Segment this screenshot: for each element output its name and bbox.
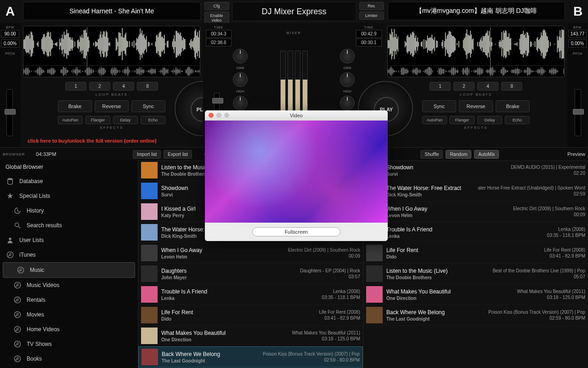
svg-rect-880: [493, 68, 493, 75]
svg-rect-154: [160, 32, 161, 57]
minimize-icon[interactable]: [216, 113, 221, 118]
svg-rect-481: [190, 69, 191, 75]
track-row[interactable]: Back Where We BelongThe Last GoodnightPo…: [138, 346, 363, 368]
video-window[interactable]: Video Fullscreen: [205, 110, 388, 241]
track-row[interactable]: DaughtersJohn MayerDaughters - EP (2004)…: [138, 264, 363, 284]
limiter-button[interactable]: Limiter: [359, 12, 384, 20]
deck-b-reverse[interactable]: Reverse: [459, 100, 493, 112]
deck-b-mid-knob[interactable]: [340, 96, 355, 110]
deck-b-gain-knob[interactable]: [340, 49, 355, 63]
deck-a-mid-knob[interactable]: [233, 96, 248, 110]
deck-b-loop-8[interactable]: 8: [501, 82, 522, 91]
svg-rect-634: [505, 30, 506, 58]
deck-a-loop-2[interactable]: 2: [89, 82, 110, 91]
track-row[interactable]: Life For RentDidoLife For Rent (2008)03:…: [363, 243, 588, 264]
deck-b-pitch-fader[interactable]: [575, 89, 581, 136]
deck-b-loop-1[interactable]: 1: [430, 82, 451, 91]
deck-a-loop-1[interactable]: 1: [65, 82, 86, 91]
svg-rect-833: [465, 69, 465, 73]
preview-label[interactable]: Preview: [567, 151, 585, 157]
deck-b-sync[interactable]: Sync: [422, 100, 456, 112]
track-row[interactable]: Life For RentDidoLife For Rent (2008)03:…: [138, 305, 363, 326]
svg-rect-65: [81, 38, 82, 51]
deck-b-loop-2[interactable]: 2: [453, 82, 475, 91]
export-list-button[interactable]: Export list: [164, 150, 192, 159]
cfg-button[interactable]: Cfg: [204, 2, 229, 10]
svg-rect-811: [452, 68, 452, 75]
deck-a-fx-autopan[interactable]: AutoPan: [58, 116, 83, 124]
sidebar-item-tv-shows[interactable]: TV Shows: [0, 337, 138, 351]
sidebar-item-database[interactable]: Database: [0, 174, 138, 189]
svg-rect-628: [500, 40, 501, 48]
deck-b-loop-4[interactable]: 4: [477, 82, 498, 91]
sidebar-item-pdfs[interactable]: PDFs: [0, 366, 138, 368]
track-row[interactable]: When I Go AwayLevon HelmElectric Dirt (2…: [138, 243, 363, 264]
deck-a-brake[interactable]: Brake: [58, 100, 92, 112]
deck-b-fx-echo[interactable]: Echo: [505, 116, 530, 124]
svg-rect-114: [124, 34, 125, 54]
maximize-icon[interactable]: [224, 113, 229, 118]
svg-rect-697: [561, 29, 562, 59]
sidebar-item-itunes[interactable]: iTunes: [0, 247, 138, 262]
unlock-message-link[interactable]: click here to buy/unlock the full versio…: [28, 138, 157, 144]
deck-a-gain-knob[interactable]: [233, 49, 248, 63]
sidebar-item-special-lists[interactable]: Special Lists: [0, 189, 138, 203]
svg-rect-714: [394, 70, 394, 73]
svg-rect-670: [537, 37, 538, 52]
deck-b-brake[interactable]: Brake: [496, 100, 530, 112]
random-button[interactable]: Random: [446, 150, 471, 159]
svg-rect-572: [450, 31, 451, 57]
track-row[interactable]: ShowdownSurviDEMO AUDIO (2015) | Experim…: [363, 160, 588, 181]
svg-rect-205: [25, 69, 26, 75]
deck-a-waveform[interactable]: [23, 26, 200, 77]
svg-rect-755: [418, 69, 418, 73]
track-row[interactable]: Listen to the Music (Live)The Doobie Bro…: [363, 264, 588, 284]
sidebar-item-search-results[interactable]: Search results: [0, 218, 138, 233]
deck-a-loop-8[interactable]: 8: [137, 82, 158, 91]
deck-b-fx-delay[interactable]: Delay: [477, 116, 502, 124]
enable-video-button[interactable]: Enable video: [204, 12, 229, 24]
svg-rect-326: [97, 71, 98, 71]
track-row[interactable]: What Makes You BeautifulOne DirectionWha…: [138, 326, 363, 346]
deck-a-pitch-fader[interactable]: [6, 89, 13, 136]
deck-a-loop-4[interactable]: 4: [113, 82, 134, 91]
deck-a-fx-echo[interactable]: Echo: [141, 116, 165, 124]
track-title: Showdown: [386, 164, 508, 171]
bpm-label: BPM: [6, 26, 14, 29]
track-row[interactable]: Trouble Is A FriendLenkaLenka (2008)03:3…: [138, 284, 363, 305]
track-row[interactable]: The Water Horse: Free ExtractDick King-S…: [363, 181, 588, 201]
sidebar-item-history[interactable]: History: [0, 203, 138, 218]
sidebar-item-rentals[interactable]: Rentals: [0, 293, 138, 307]
track-row[interactable]: Trouble Is A FriendLenkaLenka (2008)03:3…: [363, 222, 588, 243]
rec-button[interactable]: Rec: [359, 2, 384, 10]
track-row[interactable]: Back Where We BelongThe Last GoodnightPo…: [363, 305, 588, 326]
deck-b-fx-flanger[interactable]: Flanger: [450, 116, 475, 124]
svg-rect-289: [75, 69, 76, 74]
sidebar-item-books[interactable]: Books: [0, 351, 138, 366]
sidebar-item-movies[interactable]: Movies: [0, 307, 138, 322]
fullscreen-button[interactable]: Fullscreen: [252, 227, 341, 236]
shuffle-button[interactable]: Shuffle: [420, 150, 443, 159]
deck-b-high-knob[interactable]: [340, 72, 355, 87]
svg-rect-982: [554, 69, 554, 73]
automix-button[interactable]: AutoMix: [474, 150, 499, 159]
video-window-titlebar[interactable]: Video: [205, 110, 388, 121]
track-row[interactable]: When I Go AwayLevon HelmElectric Dirt (2…: [363, 201, 588, 222]
deck-a-high-knob[interactable]: [233, 72, 248, 87]
sidebar-item-user-lists[interactable]: User Lists: [0, 233, 138, 247]
deck-a-reverse[interactable]: Reverse: [95, 100, 129, 112]
close-icon[interactable]: [209, 113, 214, 118]
sidebar-item-home-videos[interactable]: Home Videos: [0, 322, 138, 337]
svg-rect-221: [35, 70, 35, 72]
deck-a-fx-delay[interactable]: Delay: [113, 116, 138, 124]
sidebar-item-music[interactable]: Music: [3, 262, 135, 278]
deck-b-fx-autopan[interactable]: AutoPan: [422, 116, 447, 124]
svg-rect-304: [85, 71, 85, 72]
svg-rect-339: [105, 70, 106, 72]
deck-a-sync[interactable]: Sync: [131, 100, 165, 112]
import-list-button[interactable]: Import list: [133, 150, 161, 159]
deck-a-fx-flanger[interactable]: Flanger: [85, 116, 110, 124]
track-row[interactable]: What Makes You BeautifulOne DirectionWha…: [363, 284, 588, 305]
deck-b-waveform[interactable]: [387, 26, 565, 77]
sidebar-item-music-videos[interactable]: Music Videos: [0, 278, 138, 293]
